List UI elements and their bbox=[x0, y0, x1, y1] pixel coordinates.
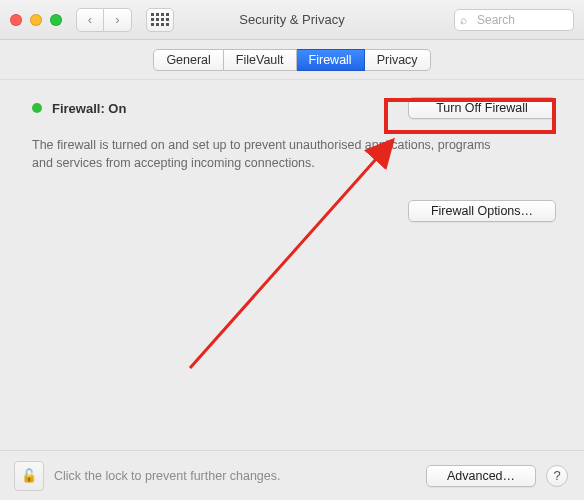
tab-general[interactable]: General bbox=[153, 49, 223, 71]
footer-bar: 🔓 Click the lock to prevent further chan… bbox=[0, 450, 584, 500]
tab-privacy[interactable]: Privacy bbox=[365, 49, 431, 71]
tab-strip: General FileVault Firewall Privacy bbox=[0, 40, 584, 80]
forward-button[interactable]: › bbox=[104, 8, 132, 32]
nav-history-group: ‹ › bbox=[76, 8, 132, 32]
tab-firewall[interactable]: Firewall bbox=[297, 49, 365, 71]
tab-segmented-control: General FileVault Firewall Privacy bbox=[153, 49, 430, 71]
search-wrap: ⌕ bbox=[454, 9, 574, 31]
tab-filevault[interactable]: FileVault bbox=[224, 49, 297, 71]
chevron-left-icon: ‹ bbox=[88, 12, 92, 27]
lock-hint-label: Click the lock to prevent further change… bbox=[54, 469, 281, 483]
turn-off-firewall-button[interactable]: Turn Off Firewall bbox=[408, 97, 556, 119]
help-button[interactable]: ? bbox=[546, 465, 568, 487]
traffic-lights bbox=[10, 14, 62, 26]
back-button[interactable]: ‹ bbox=[76, 8, 104, 32]
search-input[interactable] bbox=[454, 9, 574, 31]
firewall-description: The firewall is turned on and set up to … bbox=[32, 137, 512, 172]
window-titlebar: ‹ › Security & Privacy ⌕ bbox=[0, 0, 584, 40]
show-all-prefs-button[interactable] bbox=[146, 8, 174, 32]
advanced-button[interactable]: Advanced… bbox=[426, 465, 536, 487]
lock-open-icon: 🔓 bbox=[21, 468, 37, 483]
apps-grid-icon bbox=[151, 13, 169, 26]
firewall-options-button[interactable]: Firewall Options… bbox=[408, 200, 556, 222]
lock-toggle-button[interactable]: 🔓 bbox=[14, 461, 44, 491]
status-on-indicator-icon bbox=[32, 103, 42, 113]
status-row: Firewall: On Turn Off Firewall bbox=[32, 97, 556, 119]
close-window-button[interactable] bbox=[10, 14, 22, 26]
firewall-status-label: Firewall: On bbox=[52, 101, 126, 116]
chevron-right-icon: › bbox=[115, 12, 119, 27]
zoom-window-button[interactable] bbox=[50, 14, 62, 26]
firewall-pane: Firewall: On Turn Off Firewall The firew… bbox=[0, 80, 584, 450]
minimize-window-button[interactable] bbox=[30, 14, 42, 26]
svg-line-0 bbox=[190, 140, 393, 368]
